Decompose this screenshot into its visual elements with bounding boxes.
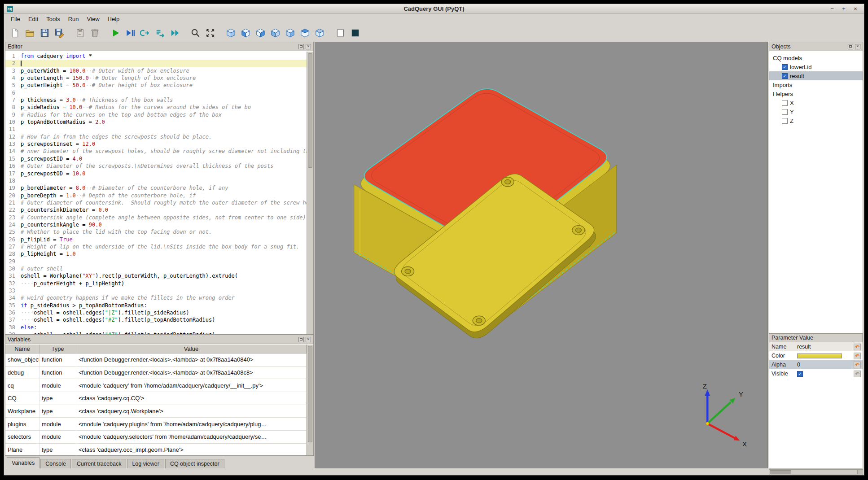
code-line-31[interactable]: 31oshell = Workplane("XY").rect(p_outerW… [5, 272, 307, 279]
param-row-alpha[interactable]: Alpha0↶ [769, 360, 863, 369]
step-continue-icon[interactable] [139, 26, 151, 39]
title-bar[interactable]: cq CadQuery GUI (PyQT) − + × [4, 4, 864, 14]
tab-current-traceback[interactable]: Current traceback [72, 459, 126, 468]
clipboard-icon[interactable] [74, 26, 86, 39]
cube-iso-icon[interactable] [224, 26, 237, 39]
menu-item-tools[interactable]: Tools [42, 15, 64, 23]
tree-item-cq-models[interactable]: CQ models [769, 53, 863, 62]
close-button[interactable]: × [852, 5, 859, 12]
close-icon[interactable]: × [306, 337, 311, 342]
code-line-5[interactable]: 5p_outerHeight = 50.0··# Outer height of… [5, 82, 307, 89]
menu-item-help[interactable]: Help [104, 15, 124, 23]
code-line-8[interactable]: 8p_sideRadius = 10.0··# Radius for the c… [5, 104, 307, 111]
tree-item-imports[interactable]: Imports [769, 80, 863, 89]
fast-forward-icon[interactable] [168, 26, 181, 39]
code-line-29[interactable]: 29 [5, 258, 307, 265]
code-line-6[interactable]: 6 [5, 89, 307, 96]
fit-all-icon[interactable] [204, 26, 216, 39]
reset-icon[interactable]: ↶ [854, 353, 861, 359]
variables-col-value[interactable]: Value [76, 345, 307, 353]
checkbox-result[interactable]: ✓ [782, 73, 788, 79]
table-row-plane[interactable]: Planetype<class 'cadquery.occ_impl.geom.… [5, 444, 307, 455]
code-line-11[interactable]: 11 [5, 126, 307, 133]
code-line-32[interactable]: 32····p_outerHeight + p_lipHeight) [5, 280, 307, 287]
float-icon[interactable] [298, 44, 304, 49]
param-row-name[interactable]: Nameresult↶ [769, 342, 863, 351]
tab-cq-object-inspector[interactable]: CQ object inspector [165, 459, 224, 468]
param-row-color[interactable]: Color↶ [769, 351, 863, 360]
trash-icon[interactable] [88, 26, 101, 39]
code-line-9[interactable]: 9# Radius for the curves on the top and … [5, 111, 307, 118]
cube-top-icon[interactable] [298, 26, 311, 39]
reset-icon[interactable]: ↶ [854, 362, 861, 368]
viewport-3d[interactable]: Z Y X [315, 42, 768, 468]
code-line-7[interactable]: 7p_thickness = 3.0··# Thickness of the b… [5, 96, 307, 104]
cube-left-icon[interactable] [269, 26, 281, 39]
debug-icon[interactable] [124, 26, 136, 39]
table-row-selectors[interactable]: selectorsmodule<module 'cadquery.selecto… [5, 431, 307, 444]
code-line-28[interactable]: 28p_lipHeight = 1.0 [5, 250, 307, 257]
new-file-icon[interactable] [9, 26, 21, 39]
cube-bottom-icon[interactable] [313, 26, 326, 39]
menu-item-file[interactable]: File [7, 15, 24, 23]
code-line-15[interactable]: 15p_screwpostID = 4.0 [5, 155, 307, 162]
cube-front-icon[interactable] [239, 26, 252, 39]
param-hscrollbar[interactable] [769, 469, 863, 475]
step-over-icon[interactable] [153, 26, 166, 39]
param-row-visible[interactable]: Visible✓↶ [769, 369, 863, 378]
tree-item-y[interactable]: Y [769, 107, 863, 116]
close-icon[interactable]: × [306, 44, 311, 49]
code-line-13[interactable]: 13p_screwpostInset = 12.0 [5, 140, 307, 148]
tree-item-x[interactable]: X [769, 98, 863, 107]
cube-back-icon[interactable] [254, 26, 267, 39]
code-line-21[interactable]: 21# Outer diameter of countersink. Shoul… [5, 199, 307, 206]
table-row-debug[interactable]: debugfunction<function Debugger.render.<… [5, 367, 307, 380]
wireframe-icon[interactable] [334, 26, 346, 39]
code-line-36[interactable]: 36····oshell = oshell.edges("|Z").fillet… [5, 309, 307, 316]
table-row-cq[interactable]: cqmodule<module 'cadquery' from '/home/a… [5, 379, 307, 392]
code-line-34[interactable]: 34# weird geometry happens if we make th… [5, 294, 307, 301]
code-line-14[interactable]: 14# nner Diameter of the screwpost holes… [5, 148, 307, 155]
checkbox-y[interactable] [782, 109, 788, 115]
tree-item-result[interactable]: ✓result [769, 71, 863, 80]
code-line-33[interactable]: 33 [5, 287, 307, 294]
code-line-25[interactable]: 25# Whether to place the lid with the to… [5, 228, 307, 236]
code-line-27[interactable]: 27# Height of lip on the underside of th… [5, 243, 307, 250]
menu-item-view[interactable]: View [83, 15, 104, 23]
code-line-17[interactable]: 17p_screwpostOD = 10.0 [5, 170, 307, 177]
code-line-30[interactable]: 30# outer shell [5, 265, 307, 272]
save-file-icon[interactable] [38, 26, 51, 39]
menu-item-edit[interactable]: Edit [24, 15, 42, 23]
code-line-10[interactable]: 10p_topAndBottomRadius = 2.0 [5, 118, 307, 126]
table-row-cq[interactable]: CQtype<class 'cadquery.cq.CQ'> [5, 392, 307, 405]
variables-scrollbar-thumb[interactable] [308, 346, 312, 442]
variables-scrollbar[interactable] [307, 345, 313, 455]
menu-item-run[interactable]: Run [64, 15, 83, 23]
variables-col-type[interactable]: Type [39, 345, 76, 353]
code-line-1[interactable]: 1from cadquery import * [5, 52, 307, 60]
code-line-2[interactable]: 2 [5, 60, 307, 67]
shaded-icon[interactable] [349, 26, 361, 39]
zoom-icon[interactable] [189, 26, 202, 39]
close-icon[interactable]: × [855, 44, 860, 49]
code-line-39[interactable]: 39····oshell = oshell.edges("#Z").fillet… [5, 331, 307, 334]
float-icon[interactable] [298, 337, 304, 342]
checkbox-x[interactable] [782, 100, 788, 106]
float-icon[interactable] [848, 44, 853, 49]
code-line-19[interactable]: 19p_boreDiameter = 8.0··# Diameter of th… [5, 184, 307, 192]
editor-scrollbar-thumb[interactable] [308, 53, 312, 168]
table-row-show-object[interactable]: show_objectfunction<function Debugger.re… [5, 353, 307, 367]
minimize-button[interactable]: − [829, 5, 835, 12]
param-col-parameter[interactable]: Parameter [769, 334, 797, 342]
save-as-icon[interactable] [53, 26, 66, 39]
code-line-24[interactable]: 24p_countersinkAngle = 90.0 [5, 221, 307, 228]
color-swatch[interactable] [797, 353, 842, 358]
code-line-38[interactable]: 38else: [5, 324, 307, 331]
table-row-workplane[interactable]: Workplanetype<class 'cadquery.cq.Workpla… [5, 405, 307, 418]
code-line-12[interactable]: 12# How far in from the edges the screwp… [5, 133, 307, 140]
visible-checkbox[interactable]: ✓ [797, 371, 803, 377]
reset-icon[interactable]: ↶ [854, 371, 861, 377]
cube-right-icon[interactable] [284, 26, 296, 39]
param-hscrollbar-thumb[interactable] [770, 470, 791, 474]
tab-console[interactable]: Console [40, 459, 71, 468]
